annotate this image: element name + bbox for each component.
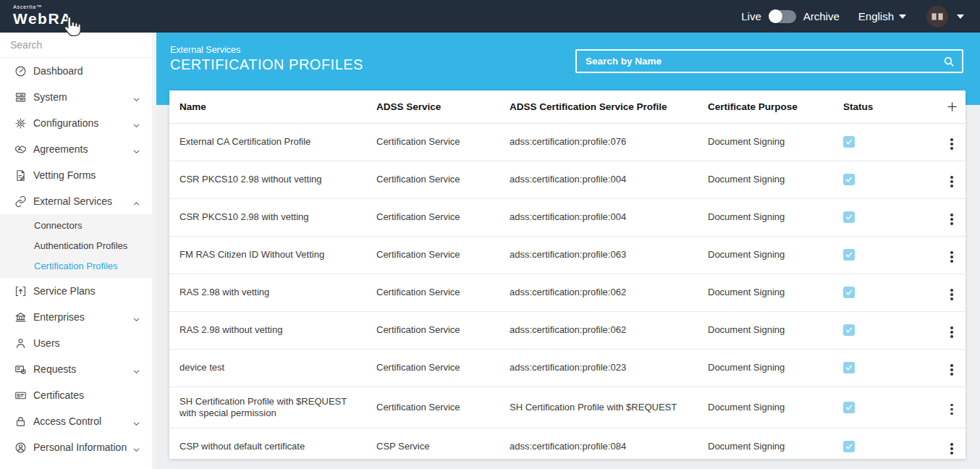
profiles-table: Name ADSS Service ADSS Certification Ser… (169, 90, 966, 469)
user-menu[interactable] (926, 6, 964, 28)
plus-icon (947, 101, 958, 112)
cell-name: device test (169, 349, 366, 386)
sidebar-item-personal-information[interactable]: Personal Information (0, 434, 152, 460)
access-control-icon (14, 415, 27, 428)
cell-purpose: Document Signing (698, 386, 833, 428)
check-icon (845, 363, 853, 372)
sidebar-item-label: Vetting Forms (33, 169, 96, 181)
row-actions-kebab-icon[interactable] (946, 324, 958, 340)
status-checkbox[interactable] (843, 287, 855, 298)
status-checkbox[interactable] (843, 136, 855, 148)
search-icon[interactable] (943, 56, 955, 67)
enterprises-icon (14, 311, 27, 324)
sidebar-item-vetting-forms[interactable]: Vetting Forms (0, 162, 152, 188)
name-search (575, 49, 963, 73)
cell-service: CSP Service (366, 428, 499, 465)
status-checkbox[interactable] (843, 324, 855, 336)
cell-purpose: Document Signing (698, 311, 833, 349)
toggle-knob (769, 9, 782, 23)
chevron-down-icon (132, 119, 140, 127)
sidebar-item-tsp-accounts[interactable]: TSP Accounts (0, 460, 152, 469)
sidebar: Dashboard System Configurations Agreemen… (0, 33, 152, 469)
sidebar-item-dashboard[interactable]: Dashboard (0, 58, 152, 84)
cell-service: Certification Service (366, 123, 499, 161)
column-header-adss-certification-service-profile: ADSS Certification Service Profile (499, 90, 698, 123)
sidebar-item-label: System (33, 91, 67, 103)
cell-name: SCEP with authentication (169, 465, 366, 469)
configurations-icon (14, 117, 27, 130)
live-archive-toggle[interactable] (769, 10, 796, 23)
vetting-forms-icon (14, 169, 27, 182)
row-actions-kebab-icon[interactable] (946, 362, 958, 378)
row-actions-kebab-icon[interactable] (946, 211, 958, 227)
chevron-down-icon (132, 145, 140, 153)
cell-purpose: Document Signing (698, 428, 833, 465)
chevron-down-icon (132, 418, 140, 426)
sidebar-item-certification-profiles[interactable]: Certification Profiles (0, 256, 152, 276)
row-actions-kebab-icon[interactable] (946, 441, 958, 457)
cell-profile: adss:certification:profile:084 (499, 428, 698, 465)
row-actions-kebab-icon[interactable] (946, 249, 958, 265)
sidebar-item-configurations[interactable]: Configurations (0, 110, 152, 136)
cell-service: Certification Service (366, 236, 499, 274)
sidebar-item-label: Configurations (33, 117, 98, 129)
sidebar-item-service-plans[interactable]: Service Plans (0, 278, 152, 304)
sidebar-item-label: External Services (33, 195, 112, 207)
main-content: External Services CERTIFICATION PROFILES… (156, 33, 980, 469)
language-dropdown[interactable]: English (858, 10, 906, 22)
sidebar-scrollbar[interactable] (152, 33, 156, 469)
profiles-table-card: Name ADSS Service ADSS Certification Ser… (169, 90, 966, 459)
cell-service: Certification Service (366, 311, 499, 349)
status-checkbox[interactable] (843, 362, 855, 373)
column-header-certificate-purpose: Certificate Purpose (698, 90, 833, 123)
archive-label: Archive (803, 10, 840, 22)
service-plans-icon (14, 285, 27, 297)
cell-name: FM RAS Citizen ID Without Vetting (169, 236, 366, 274)
table-header-row: Name ADSS Service ADSS Certification Ser… (169, 90, 966, 123)
sidebar-item-requests[interactable]: Requests (0, 356, 152, 382)
table-row: FM RAS Citizen ID Without Vetting Certif… (169, 236, 966, 274)
check-icon (845, 288, 853, 297)
sidebar-item-external-services[interactable]: External Services (0, 188, 152, 214)
sidebar-item-label: Requests (33, 363, 76, 375)
cell-service: Certification Service (366, 161, 499, 198)
sidebar-item-label: Dashboard (33, 65, 83, 77)
add-profile-button[interactable] (945, 99, 959, 114)
sidebar-item-label: Users (33, 337, 60, 349)
row-actions-kebab-icon[interactable] (946, 402, 958, 418)
table-row: SH Certification Profile with $REQUEST w… (169, 386, 966, 428)
sidebar-search-input[interactable] (10, 39, 141, 51)
sidebar-item-access-control[interactable]: Access Control (0, 408, 152, 434)
sidebar-item-enterprises[interactable]: Enterprises (0, 304, 152, 330)
search-by-name-input[interactable] (586, 56, 943, 67)
status-checkbox[interactable] (843, 211, 855, 223)
sidebar-item-label: Enterprises (33, 311, 85, 323)
external-services-icon (14, 195, 27, 208)
dashboard-icon (14, 65, 27, 77)
sidebar-item-authentication-profiles[interactable]: Authentication Profiles (0, 236, 152, 256)
status-checkbox[interactable] (843, 402, 855, 413)
row-actions-kebab-icon[interactable] (946, 174, 958, 190)
cell-profile: SH Certification Profile with $REQUEST (499, 386, 698, 428)
chevron-down-icon (957, 14, 964, 19)
status-checkbox[interactable] (843, 174, 855, 185)
status-checkbox[interactable] (843, 441, 855, 452)
table-row: SCEP with authentication Certification S… (169, 465, 966, 469)
search-icon[interactable] (141, 40, 142, 51)
brand-company: Ascertia™ (13, 4, 72, 10)
sidebar-item-users[interactable]: Users (0, 330, 152, 356)
sidebar-item-label: Personal Information (33, 441, 127, 453)
sidebar-item-system[interactable]: System (0, 84, 152, 110)
row-actions-kebab-icon[interactable] (946, 136, 958, 152)
check-icon (845, 213, 853, 221)
cell-name: SH Certification Profile with $REQUEST w… (169, 386, 366, 428)
sidebar-item-agreements[interactable]: Agreements (0, 136, 152, 162)
cell-name: CSP without default certificate (169, 428, 366, 465)
status-checkbox[interactable] (843, 249, 855, 261)
sidebar-item-certificates[interactable]: Certificates (0, 382, 152, 408)
requests-icon (14, 363, 27, 376)
personal-information-icon (14, 441, 27, 454)
chevron-down-icon (132, 93, 140, 101)
row-actions-kebab-icon[interactable] (946, 287, 958, 303)
sidebar-item-connectors[interactable]: Connectors (0, 216, 152, 236)
